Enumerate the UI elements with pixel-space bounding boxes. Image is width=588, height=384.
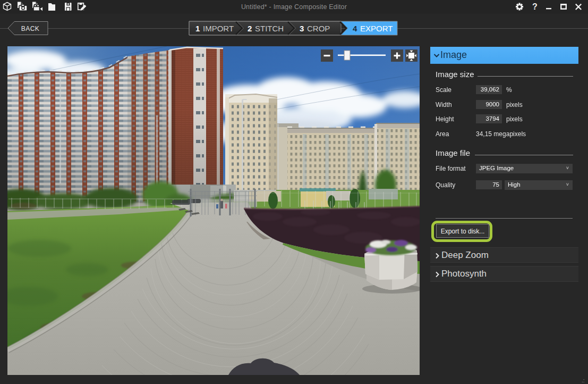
svg-text:STITCH: STITCH [255, 24, 284, 33]
svg-text:BACK: BACK [21, 25, 40, 32]
svg-text:4: 4 [353, 24, 357, 33]
svg-text:3: 3 [300, 24, 304, 33]
svg-text:EXPORT: EXPORT [360, 24, 393, 33]
svg-text:IMPORT: IMPORT [203, 24, 234, 33]
svg-text:CROP: CROP [307, 24, 330, 33]
svg-text:?: ? [532, 2, 538, 11]
svg-text:1: 1 [195, 24, 200, 33]
svg-text:2: 2 [248, 24, 252, 33]
